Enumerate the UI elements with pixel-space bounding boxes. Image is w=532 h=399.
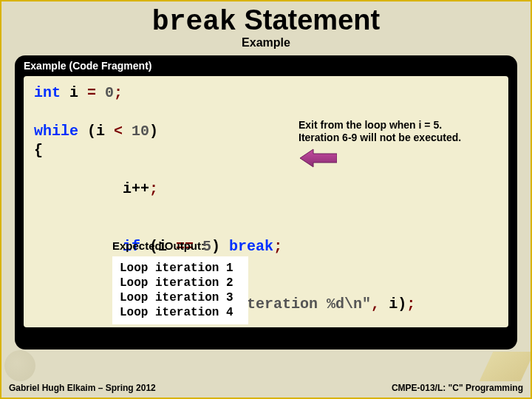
code-line-6: if (i == 5) break; [34,218,498,276]
slide-subtitle: Example [1,36,531,50]
code-line-8: } [34,333,498,352]
code-line-1: int i = 0; [34,83,498,103]
code-line-4: { [34,141,498,160]
panel-header: Example (Code Fragment) [15,60,517,76]
title-rest: Statement [236,4,380,35]
annotation-line-2: Iteration 6-9 will not be executed. [299,132,491,144]
example-panel: Example (Code Fragment) int i = 0; while… [15,55,517,349]
code-line-5: i++; [34,160,498,218]
code-box: int i = 0; while (i < 10) { i++; if (i =… [24,76,508,327]
svg-marker-0 [300,149,337,167]
title-keyword: break [152,6,236,38]
watermark-seal-icon [4,350,35,381]
footer-left: Gabriel Hugh Elkaim – Spring 2012 [9,383,156,393]
annotation: Exit from the loop when i = 5. Iteration… [299,119,491,144]
expected-output-label: Expected Output: [112,239,205,253]
slide-title: break Statement [1,1,531,38]
footer-right: CMPE-013/L: "C" Programming [392,383,523,393]
watermark-slug-icon [480,352,532,381]
code-line-7: printf("Loop iteration %d\n", i); [34,276,498,333]
annotation-line-1: Exit from the loop when i = 5. [299,119,491,132]
arrow-icon [300,149,337,168]
expected-output: Loop iteration 1 Loop iteration 2 Loop i… [112,256,248,324]
